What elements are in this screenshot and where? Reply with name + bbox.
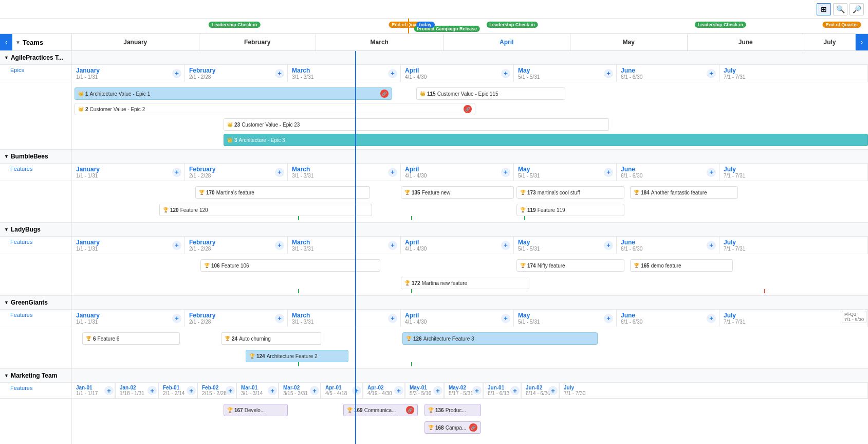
month-mar: March <box>316 34 444 50</box>
add-jan-ap[interactable]: + <box>172 69 181 78</box>
month-apr: April <box>444 34 571 50</box>
date-jul-ap: July7/1 - 7/31 <box>719 65 868 82</box>
bar-6[interactable]: 🏆6Feature 6 <box>82 332 180 345</box>
bar-167[interactable]: 🏆167Develo... <box>224 404 288 416</box>
bar-24[interactable]: 🏆24Auto churning <box>221 332 321 345</box>
milestone-leadership2: Leadership Check-in <box>486 22 538 28</box>
add-mar-ap[interactable]: + <box>388 69 397 78</box>
bar-174[interactable]: 🏆174Nifty feature <box>516 259 624 272</box>
team-ladybugs-name[interactable]: ▼LadyBugs <box>0 223 72 236</box>
team-bumblebees-sub[interactable]: Features <box>0 164 72 181</box>
milestone-leadership3: Leadership Check-in <box>695 22 747 28</box>
teams-label: ▼Teams <box>12 34 72 50</box>
team-marketing: ▼Marketing Team Features Jan-011/1 - 1/1… <box>0 369 868 444</box>
add-apr-ap[interactable]: + <box>501 69 510 78</box>
milestone-leadership1: Leadership Check-in <box>209 22 261 28</box>
bar-120[interactable]: 🏆120Feature 120 <box>159 204 372 216</box>
bar-169[interactable]: 🏆169Communica... 🔗 <box>343 404 418 416</box>
toolbar: ⊞ 🔍 🔎 <box>0 0 868 19</box>
zoom-out-btn[interactable]: 🔍 <box>833 3 847 15</box>
team-agilepractices-epics-header: Epics January1/1 - 1/31 + February2/1 - … <box>0 65 868 82</box>
bar-119[interactable]: 🏆119Feature 119 <box>516 204 624 216</box>
bar-epic115[interactable]: 👑115Customer Value - Epic 115 <box>416 87 565 100</box>
team-ladybugs: ▼LadyBugs Features January1/1 - 1/31+ Fe… <box>0 223 868 296</box>
month-feb: February <box>199 34 317 50</box>
bar-epic3[interactable]: 👑3Architecture - Epic 3 <box>224 134 868 146</box>
grid-view-btn[interactable]: ⊞ <box>817 3 831 15</box>
date-feb-ap: February2/1 - 2/28 + <box>185 65 288 82</box>
bar-epic1[interactable]: 👑1Architecture Value - Epic 1 🔗 <box>75 87 392 100</box>
bar-124[interactable]: 🏆124Architecture Feature 2 <box>246 350 348 362</box>
bar-126[interactable]: 🏆126Architecture Feature 3 <box>402 332 598 345</box>
zoom-in-btn[interactable]: 🔎 <box>849 3 864 15</box>
team-agilepractices-sub[interactable]: Epics <box>0 65 72 82</box>
milestone-eofq2: End of Quarter <box>823 22 861 28</box>
today-badge: today <box>416 22 435 28</box>
date-apr-ap: April4/1 - 4/30 + <box>401 65 514 82</box>
bar-168[interactable]: 🏆168Campa... 🔗 <box>424 421 481 434</box>
team-agilepractices-bars: 👑1Architecture Value - Epic 1 🔗 👑115Cust… <box>0 82 868 150</box>
add-may-ap[interactable]: + <box>604 69 613 78</box>
team-ladybugs-sub[interactable]: Features <box>0 237 72 254</box>
team-greengiants-name[interactable]: ▼GreenGiants <box>0 296 72 309</box>
month-columns: January February March April May June Ju… <box>72 34 856 50</box>
bar-136[interactable]: 🏆136Produc... <box>424 404 481 416</box>
team-agilepractices-name[interactable]: ▼AgilePractices T... <box>0 51 72 64</box>
nav-left-btn[interactable]: ‹ <box>0 34 12 50</box>
date-mar-ap: March3/1 - 3/31 + <box>288 65 401 82</box>
bar-106[interactable]: 🏆106Feature 106 <box>200 259 380 272</box>
month-may: May <box>570 34 688 50</box>
team-greengiants-sub[interactable]: Features <box>0 310 72 327</box>
team-marketing-name[interactable]: ▼Marketing Team <box>0 369 72 382</box>
pi-q3-badge: Pi-Q37/1 - 9/30 <box>842 311 866 323</box>
team-marketing-sub[interactable]: Features <box>0 383 72 398</box>
months-header: ‹ ▼Teams January February March April Ma… <box>0 34 868 51</box>
date-jan-ap: January1/1 - 1/31 + <box>72 65 185 82</box>
bar-epic23[interactable]: 👑23Customer Value - Epic 23 <box>224 118 609 131</box>
month-jan: January <box>72 34 199 50</box>
month-jul: July <box>804 34 856 50</box>
bar-165[interactable]: 🏆165demo feature <box>630 259 733 272</box>
month-jun: June <box>688 34 805 50</box>
bar-135[interactable]: 🏆135Feature new <box>401 186 514 199</box>
add-jun-ap[interactable]: + <box>707 69 716 78</box>
add-feb-ap[interactable]: + <box>275 69 284 78</box>
date-jun-ap: June6/1 - 6/30 + <box>617 65 719 82</box>
bar-170[interactable]: 🏆170Martina's feature <box>195 186 370 199</box>
team-agilepractices-header: ▼AgilePractices T... <box>0 51 868 65</box>
team-greengiants: ▼GreenGiants Features January1/1 - 1/31+… <box>0 296 868 369</box>
nav-right-btn[interactable]: › <box>856 34 868 50</box>
team-bumblebees: ▼BumbleBees Features January1/1 - 1/31+ … <box>0 150 868 223</box>
team-bumblebees-name[interactable]: ▼BumbleBees <box>0 150 72 163</box>
bar-epic2[interactable]: 👑2Customer Value - Epic 2 🔗 <box>75 103 475 115</box>
date-may-ap: May5/1 - 5/31 + <box>514 65 617 82</box>
bar-184[interactable]: 🏆184Another fantastic feature <box>630 186 738 199</box>
bar-172[interactable]: 🏆172Martina new feature <box>401 277 529 289</box>
bar-173[interactable]: 🏆173martina's cool stuff <box>516 186 624 199</box>
team-agilepractices: ▼AgilePractices T... Epics January1/1 - … <box>0 51 868 150</box>
